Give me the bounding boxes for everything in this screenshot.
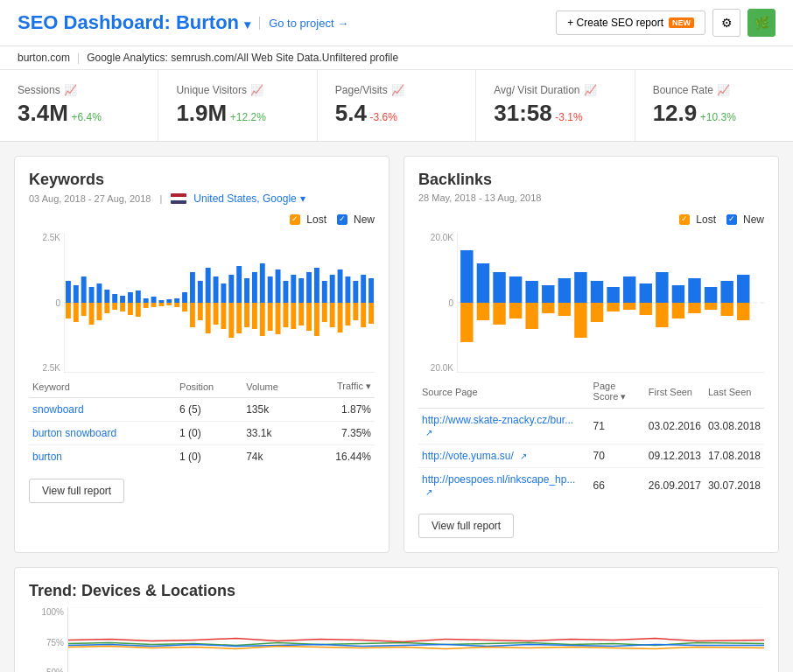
external-link-icon-2[interactable]: ↗: [425, 487, 434, 496]
backlinks-title: Backlinks: [418, 171, 764, 189]
svg-rect-93: [525, 303, 537, 329]
svg-rect-57: [283, 281, 288, 303]
bl-col-source: Source Page: [418, 375, 590, 409]
svg-rect-96: [558, 278, 571, 303]
keywords-chart-container: 2.5K 0 2.5K: [29, 233, 375, 375]
keywords-date-range: 03 Aug, 2018 - 27 Aug, 2018: [29, 193, 151, 204]
bl-url-2[interactable]: http://poespoes.nl/inkscape_hp...: [422, 473, 575, 486]
svg-rect-98: [574, 272, 586, 303]
svg-rect-44: [228, 303, 234, 338]
kw-link-burton-snowboard[interactable]: burton snowboard: [32, 427, 116, 439]
svg-rect-113: [688, 303, 700, 313]
svg-rect-54: [268, 303, 273, 331]
svg-rect-112: [688, 278, 700, 303]
new-badge: NEW: [669, 18, 694, 28]
leaf-button[interactable]: 🌿: [747, 9, 775, 37]
bl-score-1: 70: [590, 444, 645, 468]
lost-checkbox[interactable]: [290, 214, 300, 225]
leaf-icon: 🌿: [754, 16, 769, 30]
svg-rect-74: [345, 303, 350, 326]
go-to-project-link[interactable]: Go to project →: [259, 17, 348, 30]
keywords-card: Keywords 03 Aug, 2018 - 27 Aug, 2018 | U…: [14, 156, 389, 553]
legend-new[interactable]: New: [337, 214, 375, 226]
bl-last-2: 30.07.2018: [705, 468, 764, 504]
svg-rect-105: [623, 303, 635, 310]
table-row: burton 1 (0) 74k 16.44%: [29, 445, 375, 469]
title-dropdown-icon[interactable]: ▾: [244, 18, 250, 32]
svg-rect-37: [206, 268, 211, 303]
svg-rect-11: [104, 290, 109, 303]
svg-rect-4: [74, 303, 79, 322]
svg-rect-24: [151, 303, 157, 307]
metric-ad-value: 31:58 -3.1%: [494, 100, 616, 127]
external-link-icon-1[interactable]: ↗: [520, 452, 529, 460]
svg-rect-65: [314, 268, 319, 303]
svg-rect-34: [190, 303, 195, 327]
sub-header: burton.com | Google Analytics: semrush.c…: [0, 46, 793, 70]
external-link-icon-0[interactable]: ↗: [425, 428, 434, 437]
backlinks-legend-lost[interactable]: Lost: [679, 214, 716, 226]
backlinks-view-report-button[interactable]: View full report: [418, 514, 514, 538]
bl-url-1[interactable]: http://vote.yuma.su/: [422, 450, 514, 462]
svg-rect-30: [174, 303, 179, 307]
svg-rect-3: [74, 285, 79, 303]
bl-col-score[interactable]: Page Score ▾: [590, 375, 645, 409]
metric-sessions: Sessions 📈 3.4M +6.4%: [0, 70, 158, 141]
svg-rect-69: [330, 275, 335, 303]
keywords-view-report-button[interactable]: View full report: [29, 479, 124, 503]
bl-lost-checkbox[interactable]: [679, 214, 690, 225]
legend-lost[interactable]: Lost: [290, 214, 326, 226]
svg-rect-38: [206, 303, 211, 333]
bl-url-0[interactable]: http://www.skate-znacky.cz/bur...: [422, 414, 573, 426]
svg-rect-36: [198, 303, 203, 320]
svg-rect-117: [720, 303, 733, 316]
kw-link-snowboard[interactable]: snowboard: [32, 403, 84, 416]
svg-rect-111: [672, 303, 684, 318]
svg-rect-64: [306, 303, 312, 331]
svg-rect-101: [591, 303, 603, 322]
kw-col-keyword: Keyword: [29, 375, 176, 398]
svg-rect-1: [66, 281, 71, 303]
metric-sessions-value: 3.4M +6.4%: [18, 100, 140, 127]
metric-avg-duration: Avg/ Visit Duration 📈 31:58 -3.1%: [476, 70, 635, 141]
metric-pv-value: 5.4 -3.6%: [335, 100, 458, 127]
svg-rect-45: [236, 266, 242, 303]
bl-new-checkbox[interactable]: [726, 214, 737, 225]
kw-col-traffic[interactable]: Traffic ▾: [305, 375, 375, 398]
svg-rect-118: [737, 275, 749, 303]
keywords-chart: [64, 233, 375, 375]
svg-rect-20: [136, 303, 141, 317]
svg-rect-48: [244, 303, 249, 327]
svg-rect-84: [460, 250, 473, 303]
svg-rect-17: [128, 292, 133, 303]
keywords-region-select[interactable]: United States, Google ▾: [171, 192, 305, 205]
kw-link-burton[interactable]: burton: [32, 451, 62, 463]
settings-button[interactable]: ⚙: [712, 9, 740, 37]
trend-up-icon-4: 📈: [717, 84, 730, 96]
keywords-sep: |: [159, 193, 162, 204]
svg-rect-85: [460, 303, 473, 342]
svg-rect-72: [338, 303, 343, 332]
svg-rect-89: [493, 303, 505, 325]
header-right: + Create SEO report NEW ⚙ 🌿: [556, 9, 775, 37]
svg-rect-99: [574, 303, 586, 338]
bl-first-2: 26.09.2017: [645, 468, 705, 504]
svg-rect-63: [306, 272, 312, 303]
svg-rect-9: [96, 284, 102, 303]
svg-rect-55: [276, 270, 281, 303]
svg-rect-75: [353, 281, 358, 303]
new-checkbox[interactable]: [337, 214, 347, 225]
svg-rect-27: [166, 299, 172, 303]
svg-rect-77: [361, 275, 366, 303]
create-report-button[interactable]: + Create SEO report NEW: [556, 10, 705, 35]
svg-rect-66: [314, 303, 319, 336]
metric-unique-visitors: Unique Visitors 📈 1.9M +12.2%: [158, 70, 317, 141]
kw-pos-0: 6 (5): [176, 398, 242, 422]
backlinks-legend-new[interactable]: New: [726, 214, 764, 226]
us-flag-icon: [171, 193, 186, 204]
legend-new-label: New: [354, 214, 375, 226]
svg-rect-51: [260, 263, 265, 303]
svg-rect-12: [104, 303, 109, 313]
metric-bounce-rate: Bounce Rate 📈 12.9 +10.3%: [635, 70, 793, 141]
svg-rect-103: [607, 303, 619, 312]
